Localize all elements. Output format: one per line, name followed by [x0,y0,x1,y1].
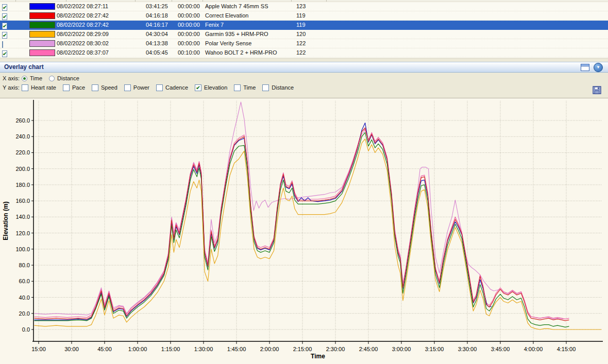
checkbox-check-icon: ✔ [2,23,7,29]
x-tick-label: 3:45:00 [491,346,510,352]
option-label: Distance [55,75,79,81]
y-axis-option-power[interactable]: Power [124,84,149,91]
activity-visibility-checkbox[interactable] [2,40,3,48]
activity-row[interactable]: ✔08/02/2022 08:29:0904:30:0400:00:00Garm… [0,30,608,39]
series-line-correct-elevation [35,128,569,321]
series-line-garmin-935-hrm-pro [35,139,602,330]
activity-duration: 04:13:38 [146,39,168,47]
column-separator [291,0,292,2]
y-axis-option-cadence[interactable]: Cadence [156,84,188,91]
activity-visibility-checkbox[interactable]: ✔ [2,22,7,30]
activity-avg-value: 119 [296,21,306,29]
checkbox-icon [124,84,131,91]
y-axis-option-distance[interactable]: Distance [262,84,294,91]
radio-button-icon [49,76,55,81]
activity-row[interactable]: ✔08/02/2022 08:27:1103:41:2500:00:00Appl… [0,2,608,11]
activity-visibility-checkbox[interactable]: ✔ [2,12,7,21]
y-axis-option-elevation[interactable]: ✔Elevation [195,84,227,91]
activity-row[interactable]: ✔08/02/2022 08:27:4204:16:1800:00:00Corr… [0,11,608,21]
y-tick-label: 120.0 [15,230,30,236]
activity-avg-value: 119 [296,11,306,20]
x-tick-label: 2:15:00 [293,346,312,352]
elevation-chart: 0.020.040.060.080.0100.0120.0140.0160.01… [0,98,608,364]
series-color-swatch [29,40,55,47]
series-color-swatch [29,22,55,28]
activity-avg-value: 122 [296,48,306,57]
x-tick-label: 45:00 [97,346,112,352]
checkbox-icon: ✔ [195,84,201,91]
column-separator [66,0,66,2]
activity-visibility-checkbox[interactable]: ✔ [2,31,7,39]
x-tick-label: 1:15:00 [161,346,180,352]
activity-avg-value: 123 [296,2,306,10]
y-tick-label: 0.0 [22,326,30,333]
activity-visibility-checkbox[interactable]: ✔ [2,49,7,58]
option-label: Speed [98,84,117,91]
activity-start-datetime: 08/02/2022 08:29:09 [57,30,109,38]
x-tick-label: 2:00:00 [260,346,279,352]
y-tick-label: 60.0 [19,278,30,284]
x-tick-label: 1:30:00 [194,346,213,352]
activity-start-datetime: 08/02/2022 08:27:42 [57,11,109,20]
column-separator [326,0,327,2]
app-window: ✔08/02/2022 08:27:1103:41:2500:00:00Appl… [0,0,608,364]
series-color-swatch [29,49,55,56]
activity-row[interactable]: ✔08/02/2022 08:37:0704:05:4500:10:00Waho… [0,48,608,58]
series-line-apple-watch-7-45mm-ss [35,123,492,320]
checkbox-check-icon: ✔ [2,4,7,11]
option-label: Distance [269,84,294,91]
y-axis-option-time[interactable]: Time [234,84,256,91]
activity-visibility-checkbox[interactable]: ✔ [2,3,7,11]
option-label: Elevation [201,84,227,91]
series-line-wahoo-bolt-2-hrm-pro [35,129,569,319]
panel-title: Overlay chart [4,63,44,71]
activity-device-name: Polar Verity Sense [205,39,252,47]
x-axis-option-time[interactable]: Time [22,75,42,81]
activity-start-datetime: 08/02/2022 08:27:11 [57,2,108,10]
activity-time-offset: 00:10:00 [178,48,200,57]
x-tick-label: 3:30:00 [458,346,477,352]
panel-layout-icon[interactable] [581,64,589,71]
y-tick-label: 260.0 [15,117,30,124]
activity-duration: 04:05:45 [146,48,168,57]
y-axis-option-speed[interactable]: Speed [92,84,117,91]
y-tick-label: 80.0 [19,262,30,268]
y-tick-label: 200.0 [15,166,30,172]
activity-device-name: Apple Watch 7 45mm SS [205,2,268,10]
activity-device-name: Wahoo BOLT 2 + HRM-PRO [205,48,277,57]
column-separator [172,0,172,2]
activity-duration: 04:16:18 [146,11,168,20]
activity-duration: 03:41:25 [146,2,168,10]
x-axis-label: X axis: [3,75,22,81]
x-tick-label: 15:00 [31,346,46,352]
activity-avg-value: 122 [296,39,306,47]
option-label: Heart rate [28,84,56,91]
column-separator [135,0,136,2]
x-tick-label: 4:15:00 [557,346,576,352]
activity-time-offset: 00:00:00 [178,2,200,10]
activity-start-datetime: 08/02/2022 08:37:07 [57,48,109,57]
checkbox-icon [156,84,163,91]
overlay-chart: 0.020.040.060.080.0100.0120.0140.0160.01… [0,98,608,364]
activities-table: ✔08/02/2022 08:27:1103:41:2500:00:00Appl… [0,0,608,59]
y-axis-label: Y axis: [3,84,22,91]
activity-row[interactable]: 08/02/2022 08:30:0204:13:3800:00:00Polar… [0,39,608,48]
activity-row[interactable]: ✔08/02/2022 08:27:4204:16:1700:00:00Feni… [0,21,608,30]
column-separator [202,0,203,2]
save-chart-button[interactable] [593,86,601,94]
y-tick-label: 240.0 [15,133,30,140]
activity-device-name: Fenix 7 [205,21,224,29]
checkbox-icon [262,84,269,91]
y-tick-label: 180.0 [15,182,30,188]
x-tick-label: 1:00:00 [128,346,147,352]
x-axis-option-distance[interactable]: Distance [49,75,79,81]
y-axis-option-heart-rate[interactable]: Heart rate [22,84,56,91]
y-tick-label: 220.0 [15,149,30,155]
y-axis-option-pace[interactable]: Pace [63,84,85,91]
series-color-swatch [29,3,55,10]
series-line-polar-verity-sense [35,102,564,319]
overlay-chart-header: Overlay chart ▼ [0,62,608,73]
checkbox-icon [234,84,241,91]
collapse-panel-button[interactable]: ▼ [594,63,603,72]
activity-time-offset: 00:00:00 [178,39,200,47]
